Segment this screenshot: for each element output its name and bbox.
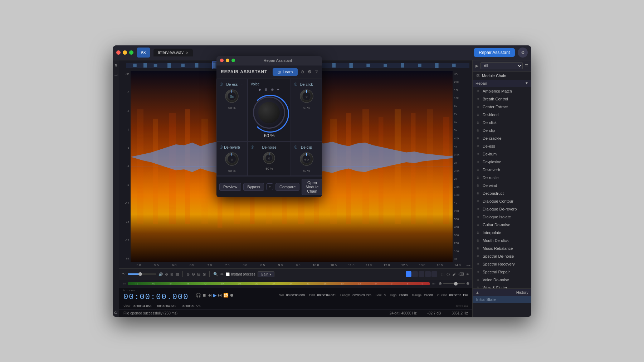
search-dialog-icon[interactable]: ⊙ — [301, 69, 304, 74]
dialog-maximize-btn[interactable] — [231, 59, 235, 62]
list-item-wow-flutter[interactable]: ⊕ Wow & Flutter — [473, 284, 531, 288]
repair-section-expand-icon[interactable]: ▼ — [525, 81, 528, 85]
list-item-spectral-repair[interactable]: ⊕ Spectral Repair — [473, 268, 531, 276]
dialog-minimize-btn[interactable] — [226, 59, 229, 62]
voice-dial[interactable] — [253, 96, 285, 129]
close-button[interactable] — [116, 50, 121, 55]
list-item-de-hum[interactable]: ⊕ De-hum — [473, 150, 531, 158]
play-btn[interactable]: ▶ — [213, 292, 217, 298]
speaker-icon[interactable]: 🔊 — [158, 272, 163, 276]
list-item-mouth-de-click[interactable]: ⊕ Mouth De-click — [473, 237, 531, 244]
list-item-dialogue-isolate[interactable]: ⊕ Dialogue Isolate — [473, 213, 531, 221]
de-click-info-icon[interactable]: ⓘ — [294, 82, 297, 87]
list-item-de-clip[interactable]: ⊕ De-clip — [473, 127, 531, 134]
settings-dialog-icon[interactable]: ⚙ — [308, 69, 312, 74]
voice-settings-icon[interactable]: ⋯ — [284, 82, 288, 86]
de-noise-knob[interactable]: ⊙ — [262, 151, 276, 165]
file-tab[interactable]: Interview.wav ✕ — [153, 49, 193, 56]
zoom-in-horizontal-icon[interactable]: ⊕ — [186, 272, 190, 277]
voice-delete-icon[interactable]: 🗑 — [264, 88, 268, 91]
waveform-view-icon[interactable]: ▤ — [175, 272, 179, 277]
list-item-de-rustle[interactable]: ⊕ De-rustle — [473, 174, 531, 182]
erase-icon[interactable]: ⌫ — [458, 272, 464, 277]
stop-btn[interactable]: ⏹ — [202, 293, 206, 298]
view-btn-2[interactable] — [412, 271, 418, 277]
open-module-chain-button[interactable]: Open Module Chain — [302, 179, 322, 195]
de-reverb-settings-icon[interactable]: ⋯ — [241, 145, 244, 149]
dialog-close-btn[interactable] — [220, 59, 224, 62]
zoom-slider[interactable] — [443, 283, 465, 284]
de-clip-settings-icon[interactable]: ⋯ — [316, 145, 319, 149]
de-clip-info-icon[interactable]: ⓘ — [294, 145, 297, 150]
list-item-de-ess[interactable]: ⊕ De-ess — [473, 142, 531, 150]
list-item-center-extract[interactable]: ⊕ Center Extract — [473, 103, 531, 111]
bypass-plus-button[interactable]: + — [266, 183, 273, 190]
list-item-voice-de-noise[interactable]: ⊕ Voice De-noise — [473, 276, 531, 284]
de-click-settings-icon[interactable]: ⋯ — [316, 83, 319, 86]
rewind-btn[interactable]: ⏮ — [208, 293, 212, 298]
repair-assistant-button[interactable]: Repair Assistant — [474, 48, 515, 57]
waveform-icon[interactable]: 〜 — [122, 272, 126, 277]
lasso-icon[interactable]: ◌ — [447, 272, 450, 277]
level-slider[interactable] — [128, 273, 156, 275]
list-item-guitar-de-noise[interactable]: ⊕ Guitar De-noise — [473, 221, 531, 229]
list-item-ambience-match[interactable]: ⊕ Ambience Match — [473, 87, 531, 95]
select-tool-icon[interactable]: ⬚ — [441, 272, 444, 277]
pencil-icon[interactable]: ✒ — [466, 272, 469, 277]
list-item-de-reverb[interactable]: ⊕ De-reverb — [473, 166, 531, 174]
list-item-breath-control[interactable]: ⊕ Breath Control — [473, 95, 531, 103]
learn-button[interactable]: ◎ Learn — [273, 68, 298, 76]
zoom-out-horizontal-icon[interactable]: ⊖ — [192, 272, 195, 277]
list-item-de-wind[interactable]: ⊕ De-wind — [473, 182, 531, 189]
zoom-in-btn[interactable]: ⊕ — [466, 281, 469, 286]
de-click-knob[interactable]: ⊙ — [299, 88, 314, 104]
list-icon[interactable]: ☰ — [525, 64, 528, 68]
de-reverb-info-icon[interactable]: ⓘ — [220, 145, 223, 150]
list-item-deconstruct[interactable]: ⊕ Deconstruct — [473, 189, 531, 197]
de-clip-knob[interactable]: ⊙⊙ — [299, 151, 314, 167]
list-item-de-bleed[interactable]: ⊕ De-bleed — [473, 111, 531, 119]
list-item-spectral-de-noise[interactable]: ⊕ Spectral De-noise — [473, 252, 531, 260]
user-avatar[interactable]: ⚙ — [518, 48, 528, 58]
view-btn-1[interactable] — [406, 271, 411, 277]
settings-icon[interactable]: ⚙ — [165, 272, 168, 276]
preview-button[interactable]: Preview — [219, 183, 241, 191]
de-ess-settings-icon[interactable]: ⋯ — [241, 83, 244, 86]
de-ess-info-icon[interactable]: ⓘ — [220, 82, 223, 87]
zoom-fit-icon[interactable]: ⊟ — [197, 272, 200, 277]
de-noise-settings-icon[interactable]: ⋯ — [284, 145, 288, 149]
compare-button[interactable]: Compare — [275, 183, 299, 191]
bypass-button[interactable]: Bypass — [243, 183, 264, 191]
list-item-de-crackle[interactable]: ⊕ De-crackle — [473, 134, 531, 142]
view-btn-4[interactable] — [425, 271, 431, 277]
play-icon-panel[interactable]: ▶ — [475, 64, 478, 68]
help-dialog-icon[interactable]: ? — [315, 69, 318, 74]
gain-dropdown[interactable]: Gain ▾ — [258, 271, 274, 277]
list-item-dialogue-de-reverb[interactable]: ⊕ Dialogue De-reverb — [473, 205, 531, 213]
voice-copy-icon[interactable]: ⊕ — [271, 88, 274, 91]
de-reverb-knob[interactable]: ⊙ — [224, 151, 240, 167]
tab-close-icon[interactable]: ✕ — [186, 51, 189, 55]
list-item-spectral-recovery[interactable]: ⊕ Spectral Recovery — [473, 260, 531, 268]
history-item-initial[interactable]: Initial State — [473, 296, 531, 303]
instant-process-checkbox[interactable] — [226, 272, 230, 276]
fast-forward-btn[interactable]: ⏭ — [218, 293, 222, 298]
minimize-button[interactable] — [123, 50, 127, 55]
grid-icon[interactable]: ⊞ — [170, 272, 173, 276]
list-item-de-plosive[interactable]: ⊕ De-plosive — [473, 158, 531, 166]
list-item-music-rebalance[interactable]: ⊕ Music Rebalance — [473, 244, 531, 252]
voice-play-icon[interactable]: ▶ — [259, 88, 262, 91]
history-expand-icon[interactable]: ▲ — [475, 290, 479, 294]
list-item-de-click[interactable]: ⊕ De-click — [473, 119, 531, 127]
zoom-select-icon[interactable]: ⊠ — [203, 272, 206, 277]
module-chain-button[interactable]: ⛓ Module Chain — [473, 72, 531, 80]
de-noise-info-icon[interactable]: ⓘ — [251, 145, 254, 150]
list-item-interpolate[interactable]: ⊕ Interpolate — [473, 229, 531, 237]
list-item-dialogue-contour[interactable]: ⊕ Dialogue Contour — [473, 197, 531, 205]
left-panel-collapse-icon[interactable]: ⇅ — [114, 63, 117, 67]
zoom-out-btn[interactable]: ⊖ — [439, 281, 442, 286]
view-btn-5[interactable] — [431, 271, 437, 277]
paint-icon[interactable]: 🖌 — [452, 272, 456, 276]
loop-btn[interactable]: 🔁 — [223, 293, 229, 298]
record-btn[interactable]: ⏺ — [230, 293, 234, 298]
